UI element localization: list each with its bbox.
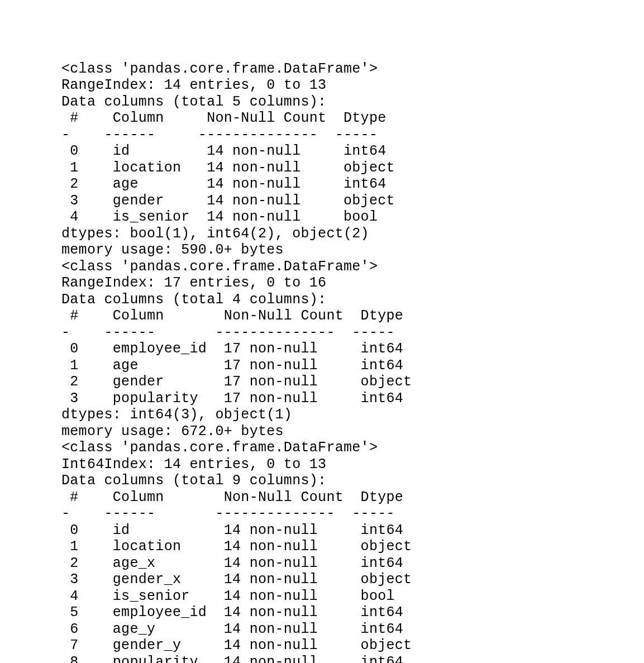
pandas-info-output: <class 'pandas.core.frame.DataFrame'> Ra… xyxy=(61,61,644,664)
df-info-text: <class 'pandas.core.frame.DataFrame'> Ra… xyxy=(61,61,412,664)
